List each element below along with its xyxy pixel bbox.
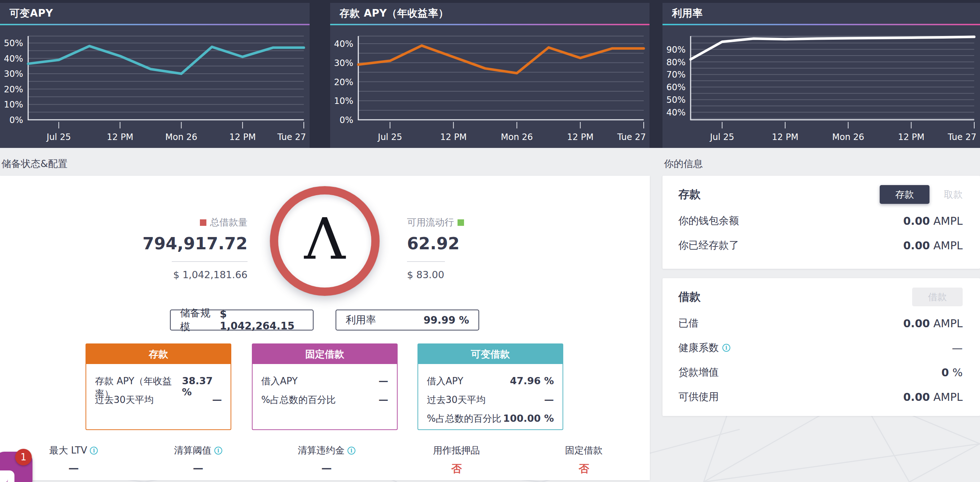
- utilisation-line-chart: 40%50%60%70%80%90%Jul 2512 PMMon 2612 PM…: [662, 25, 980, 148]
- total-borrowed-legend-swatch: [200, 220, 207, 226]
- svg-text:80%: 80%: [667, 57, 686, 67]
- reserve-size-value: $ 1,042,264.15: [220, 308, 304, 332]
- liquidation-threshold-stat: 清算阈值 i —: [140, 444, 256, 474]
- row-value: 100.00 %: [503, 413, 554, 424]
- svg-text:12 PM: 12 PM: [898, 132, 924, 142]
- liquidation-penalty-label: 清算违约金: [298, 444, 345, 457]
- svg-text:12 PM: 12 PM: [107, 132, 133, 142]
- table-row: %占总数的百分比 100.00 %: [427, 412, 554, 425]
- chart-panel-deposit-apy: 存款 APY（年收益率） 0%10%20%30%40%Jul 2512 PMMo…: [330, 3, 649, 148]
- variable-borrow-rate-card-title: 可变借款: [471, 348, 510, 361]
- total-borrowed-stat: 总借款量 794,917.72 $ 1,042,181.66: [108, 216, 248, 280]
- used-as-collateral-label: 用作抵押品: [433, 444, 480, 457]
- health-factor-label: 健康系数: [678, 341, 719, 355]
- total-borrowed-usd: $ 1,042,181.66: [173, 269, 248, 280]
- info-icon[interactable]: i: [347, 447, 355, 455]
- reserve-section-title: 储备状态&配置: [2, 157, 67, 170]
- svg-text:12 PM: 12 PM: [229, 132, 256, 142]
- svg-text:Jul 25: Jul 25: [710, 132, 734, 142]
- deposit-tab-button[interactable]: 存款: [880, 185, 929, 204]
- chart-title-variable-apy: 可变APY: [10, 6, 53, 20]
- total-borrowed-label: 总借款量: [210, 216, 248, 229]
- stable-borrow-rate-card-header: 固定借款: [253, 344, 397, 364]
- chart-header: 可变APY: [0, 3, 310, 24]
- liquidation-penalty-stat: 清算违约金 i —: [269, 444, 384, 474]
- utilisation-rate-box: 利用率 99.99 %: [336, 310, 479, 331]
- chat-widget-button[interactable]: 1: [0, 452, 32, 482]
- svg-text:30%: 30%: [4, 69, 23, 79]
- row-label: 借入APY: [427, 375, 463, 388]
- available-to-use-unit: AMPL: [934, 391, 963, 403]
- wallet-balance-unit: AMPL: [934, 215, 963, 227]
- available-to-use-row: 可供使用 0.00 AMPL: [678, 389, 963, 404]
- user-info-section-title: 你的信息: [664, 157, 703, 170]
- svg-text:10%: 10%: [334, 96, 353, 106]
- stable-borrow-rate-card: 固定借款 借入APY — %占总数的百分比 —: [252, 344, 398, 430]
- svg-text:50%: 50%: [4, 38, 23, 48]
- svg-text:30%: 30%: [334, 58, 353, 68]
- info-icon[interactable]: i: [90, 447, 98, 455]
- row-label: 过去30天平均: [427, 394, 486, 406]
- stable-borrowing-value: 否: [526, 462, 641, 476]
- health-factor-value: —: [952, 342, 963, 354]
- wallet-balance-row: 你的钱包余额 0.00 AMPL: [678, 213, 963, 228]
- borrowed-amount: 0.00: [903, 317, 930, 330]
- max-ltv-stat: 最大 LTV i —: [16, 444, 131, 474]
- svg-text:50%: 50%: [667, 95, 686, 105]
- svg-text:90%: 90%: [667, 45, 686, 55]
- svg-text:Mon 26: Mon 26: [832, 132, 864, 142]
- loan-to-value-row: 贷款增值 0 %: [678, 365, 963, 380]
- deposit-rate-card-header: 存款: [86, 344, 231, 364]
- health-factor-row: 健康系数 i —: [678, 340, 963, 355]
- svg-text:70%: 70%: [667, 70, 686, 80]
- row-value: —: [212, 394, 222, 405]
- available-liquidity-legend-swatch: [458, 220, 464, 226]
- borrow-button[interactable]: 借款: [912, 288, 963, 306]
- table-row: 过去30天平均 —: [427, 394, 554, 407]
- utilisation-donut-gauge: Λ: [270, 186, 380, 296]
- reserve-status-panel: 总借款量 794,917.72 $ 1,042,181.66 Λ 可用流动行 6…: [0, 176, 650, 480]
- svg-text:Mon 26: Mon 26: [501, 132, 533, 142]
- deposit-apy-line-chart: 0%10%20%30%40%Jul 2512 PMMon 2612 PMTue …: [330, 25, 649, 148]
- already-deposited-unit: AMPL: [934, 239, 963, 252]
- row-value: —: [379, 375, 388, 387]
- already-deposited-amount: 0.00: [903, 239, 930, 252]
- row-label: 过去30天平均: [95, 394, 154, 406]
- reserve-size-box: 储备规模 $ 1,042,264.15: [170, 310, 313, 331]
- row-label: %占总数的百分比: [427, 412, 501, 425]
- svg-text:Jul 25: Jul 25: [377, 132, 402, 142]
- ampl-token-logo: Λ: [304, 210, 345, 267]
- chart-header: 存款 APY（年收益率）: [330, 3, 649, 24]
- liquidation-threshold-value: —: [140, 462, 256, 474]
- svg-text:Tue 27: Tue 27: [948, 132, 977, 142]
- svg-text:12 PM: 12 PM: [772, 132, 798, 142]
- svg-text:40%: 40%: [4, 54, 23, 64]
- available-to-use-amount: 0.00: [903, 391, 930, 403]
- max-ltv-label: 最大 LTV: [49, 444, 88, 457]
- used-as-collateral-stat: 用作抵押品 否: [399, 444, 514, 476]
- row-value: —: [379, 394, 388, 405]
- available-to-use-label: 可供使用: [678, 390, 719, 404]
- chat-notification-badge: 1: [15, 449, 32, 465]
- svg-text:12 PM: 12 PM: [567, 132, 593, 142]
- stable-borrow-rate-card-title: 固定借款: [305, 348, 344, 361]
- divider: [172, 261, 248, 262]
- total-borrowed-value: 794,917.72: [143, 234, 248, 253]
- available-liquidity-value: 62.92: [407, 234, 460, 253]
- info-icon[interactable]: i: [214, 447, 222, 455]
- already-deposited-label: 你已经存款了: [678, 239, 739, 252]
- stable-borrowing-label: 固定借款: [565, 444, 603, 457]
- loan-to-value-unit: %: [952, 366, 963, 379]
- info-icon[interactable]: i: [722, 344, 730, 352]
- deposit-card: 存款 存款 取款 你的钱包余额 0.00 AMPL 你已经存款了 0.00 AM…: [662, 176, 980, 269]
- svg-text:20%: 20%: [334, 77, 353, 87]
- used-as-collateral-value: 否: [399, 462, 514, 476]
- deposit-card-title: 存款: [678, 187, 701, 202]
- borrow-card: 借款 借款 已借 0.00 AMPL 健康系数 i — 贷款增值 0 % 可供使…: [662, 278, 980, 416]
- deposit-rate-card-title: 存款: [149, 348, 168, 361]
- chart-header: 利用率: [662, 3, 980, 24]
- chat-smiley-icon: [0, 471, 14, 482]
- svg-text:Jul 25: Jul 25: [46, 132, 71, 142]
- withdraw-tab-button[interactable]: 取款: [944, 188, 963, 201]
- utilisation-rate-value: 99.99 %: [423, 314, 469, 326]
